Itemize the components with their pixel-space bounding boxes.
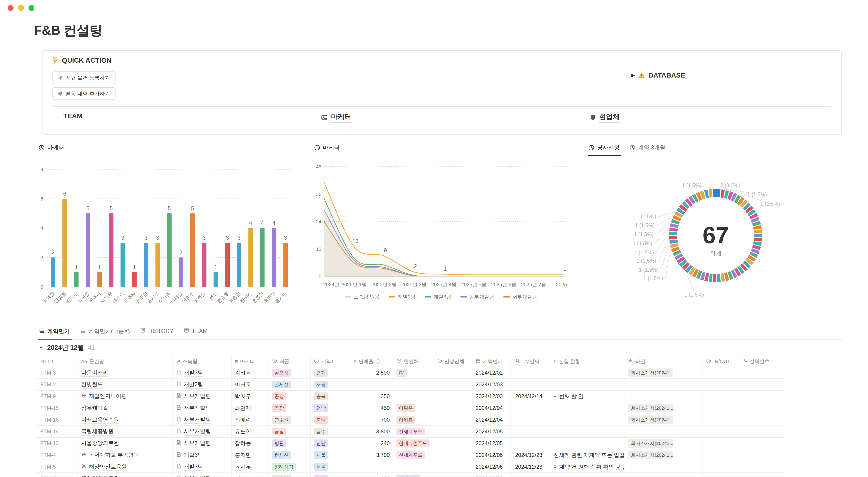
cell-계약만기[interactable]: 2024/12/04 — [472, 403, 512, 414]
tab-company-selection[interactable]: 당사선정 — [588, 142, 621, 156]
cell-TM날짜[interactable]: 2024/12/14 — [512, 391, 550, 402]
property-name-link[interactable]: 미래교육연수원 — [81, 416, 119, 424]
cell-물건명[interactable]: 한빛월드 — [78, 379, 173, 390]
cell-전화번호[interactable] — [739, 414, 784, 425]
cell-TM날짜[interactable] — [512, 379, 550, 390]
cell-TM날짜[interactable] — [512, 473, 550, 477]
cell-현업체[interactable] — [393, 391, 434, 402]
cell-물건명[interactable]: 동서대학교 부속병원 — [78, 449, 173, 461]
team-link[interactable]: 개발3팀 — [184, 381, 203, 389]
cell-TM날짜[interactable] — [512, 403, 550, 414]
cell-선정업체[interactable] — [434, 426, 472, 437]
cell-직군[interactable]: 컨세션 — [269, 379, 311, 390]
column-header-ID[interactable]: №ID — [37, 356, 78, 367]
view-tab-1[interactable]: 계약만기 — [38, 327, 72, 339]
cell-선정업체[interactable] — [434, 473, 472, 477]
cell-계약만기[interactable]: 2024/12/06 — [472, 461, 512, 473]
table-row[interactable]: FTM-7해양경찰교육원서부개발팀배수아연수원전남800생명푸드2024/12/… — [37, 473, 784, 477]
cell-마케터[interactable]: 김하윤 — [232, 367, 269, 379]
cell-현업체[interactable]: 아워홈 — [393, 414, 434, 425]
cell-TM날짜[interactable] — [512, 426, 550, 437]
cell-ID[interactable]: FTM-18 — [37, 414, 78, 425]
column-header-진행 현황[interactable]: Σ진행 현황 — [550, 356, 625, 367]
cell-소속팀[interactable]: 서부개발팀 — [173, 426, 232, 437]
cell-파일[interactable] — [625, 461, 703, 473]
cell-진행 현황[interactable] — [550, 438, 625, 449]
cell-ID[interactable]: FTM-7 — [37, 473, 78, 477]
cell-지역1[interactable]: 광주 — [311, 426, 350, 437]
cell-마케터[interactable]: 유도현 — [232, 426, 269, 437]
column-header-현업체[interactable]: 현업체 — [393, 356, 434, 367]
cell-전화번호[interactable] — [739, 461, 784, 473]
cell-지역1[interactable]: 경기 — [311, 367, 350, 379]
cell-물건명[interactable]: 미래교육연수원 — [78, 414, 173, 425]
column-header-마케터[interactable]: ≡마케터 — [232, 356, 269, 367]
cell-물건명[interactable]: 서울중앙의료원 — [78, 438, 173, 449]
cell-파일[interactable]: 회사소개서(20241... — [625, 367, 703, 379]
table-row[interactable]: FTM-4동서대학교 부속병원개발3팀홍지민컨세션서울3,700신세계푸드202… — [37, 449, 784, 461]
team-link[interactable]: 개발3팀 — [184, 451, 203, 459]
cell-소속팀[interactable]: 서부개발팀 — [173, 403, 232, 414]
cell-TM날짜[interactable] — [512, 367, 550, 379]
cell-계약만기[interactable]: 2024/12/03 — [472, 379, 512, 390]
maximize-button[interactable] — [29, 5, 34, 11]
cell-파일[interactable]: 회사소개서(20241... — [625, 414, 703, 425]
cell-전화번호[interactable] — [739, 367, 784, 379]
database-toggle[interactable]: ▶ DATABASE — [631, 71, 685, 79]
cell-계약만기[interactable]: 2024/12/09 — [472, 473, 512, 477]
cell-IN/OUT[interactable] — [703, 461, 739, 473]
legend-item[interactable]: 개발1팀 — [389, 293, 415, 300]
cell-지역1[interactable]: 전남 — [311, 403, 350, 414]
cell-년매출[interactable]: 700 — [350, 414, 393, 425]
cell-IN/OUT[interactable] — [703, 426, 739, 437]
cell-선정업체[interactable] — [434, 438, 472, 449]
cell-계약만기[interactable]: 2024/12/03 — [472, 391, 512, 402]
cell-년매출[interactable]: 3,700 — [350, 449, 393, 461]
cell-선정업체[interactable] — [434, 391, 472, 402]
tab-marketer-bar[interactable]: 마케터 — [38, 142, 66, 155]
property-name-link[interactable]: 해양안전교육원 — [89, 463, 127, 471]
table-row[interactable]: FTM-9제일엔지니어링서부개발팀박지우공장충북3502024/12/03202… — [37, 391, 784, 403]
cell-전화번호[interactable] — [739, 403, 784, 414]
file-chip[interactable]: 회사소개서(20241... — [628, 368, 673, 377]
column-header-직군[interactable]: 직군 — [269, 356, 311, 367]
team-link[interactable]: 서부개발팀 — [184, 440, 211, 447]
cell-TM날짜[interactable] — [512, 414, 550, 425]
cell-ID[interactable]: FTM-14 — [37, 426, 78, 437]
cell-마케터[interactable]: 윤시우 — [232, 461, 269, 473]
table-row[interactable]: FTM-13서울중앙의료원서부개발팀장하늘병원전남240현대그린푸드2024/1… — [37, 438, 784, 449]
minimize-button[interactable] — [18, 5, 24, 11]
cell-년매출[interactable]: 350 — [350, 391, 393, 402]
cell-진행 현황[interactable] — [550, 379, 625, 390]
team-link[interactable]: 서부개발팀 — [184, 475, 211, 477]
team-link[interactable]: 서부개발팀 — [184, 404, 211, 412]
cell-파일[interactable] — [625, 473, 703, 477]
group-header[interactable]: ▼ 2024년 12월 41 — [39, 343, 95, 352]
cell-파일[interactable] — [625, 391, 703, 402]
cell-ID[interactable]: FTM-13 — [37, 438, 78, 449]
table-row[interactable]: FTM-5해양안전교육원개발3팀윤시우장례식장서울2024/12/062024/… — [37, 461, 784, 473]
team-link[interactable]: 개발3팀 — [184, 369, 203, 377]
cell-계약만기[interactable]: 2024/12/06 — [472, 449, 512, 461]
table-row[interactable]: FTM-3다온이앤씨개발3팀김하윤골프장경기2,500CJ2024/12/02회… — [37, 367, 784, 379]
cell-IN/OUT[interactable] — [703, 438, 739, 449]
table-row[interactable]: FTM-18미래교육연수원서부개발팀정예린연수원충남700아워홈2024/12/… — [37, 414, 784, 426]
legend-item[interactable]: 소속팀 없음 — [344, 293, 380, 300]
cell-현업체[interactable] — [393, 461, 434, 473]
cell-년매출[interactable]: 2,500 — [350, 367, 393, 379]
cell-현업체[interactable]: CJ — [393, 367, 434, 379]
cell-물건명[interactable]: 해양경찰교육원 — [78, 473, 173, 477]
team-link[interactable]: 서부개발팀 — [184, 416, 211, 424]
cell-직군[interactable]: 공장 — [269, 391, 311, 402]
cell-마케터[interactable]: 홍지민 — [232, 449, 269, 461]
cell-년매출[interactable] — [350, 461, 393, 473]
cell-전화번호[interactable] — [739, 473, 784, 477]
cell-진행 현황[interactable] — [550, 473, 625, 477]
cell-IN/OUT[interactable] — [703, 391, 739, 402]
file-chip[interactable]: 회사소개서(20241... — [628, 439, 673, 448]
cell-직군[interactable]: 골프장 — [269, 367, 311, 379]
cell-물건명[interactable]: 해양안전교육원 — [78, 461, 173, 473]
cell-현업체[interactable]: 생명푸드 — [393, 473, 434, 477]
close-button[interactable] — [8, 5, 13, 11]
team-link[interactable]: 서부개발팀 — [184, 428, 211, 436]
